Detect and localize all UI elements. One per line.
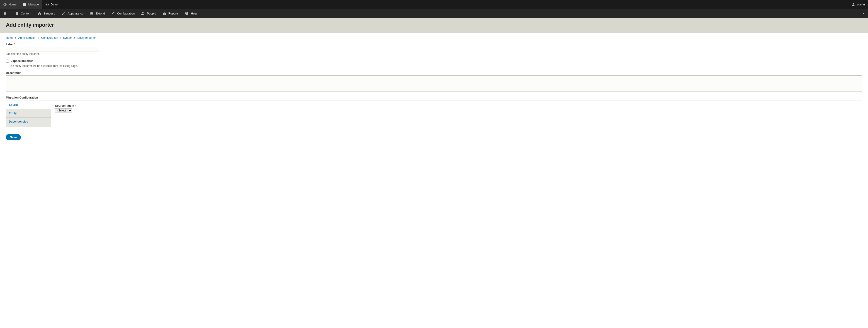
tray-people-label: People [147,12,156,15]
tray-structure-label: Structure [43,12,56,15]
description-title: Description [6,71,22,74]
svg-rect-10 [165,13,166,15]
toolbar-spacer [61,0,848,9]
tray-help[interactable]: ? Help [182,9,200,18]
breadcrumb-administration[interactable]: Administration [18,36,36,39]
breadcrumb-configuration[interactable]: Configuration [41,36,58,39]
svg-rect-5 [40,14,41,15]
tray-structure[interactable]: Structure [34,9,59,18]
breadcrumb-sep: » [38,36,39,39]
page-title: Add entity importer [6,22,862,28]
description-textarea[interactable] [6,75,862,92]
label-title-text: Label [6,43,13,46]
svg-point-7 [143,12,144,13]
collapse-icon [861,11,865,15]
required-mark: * [74,104,76,107]
form-item-description: Description [6,71,862,92]
source-plugin-label: Source Plugin* [55,104,76,107]
form-item-migration: Migration Configuration Source Entity De… [6,96,862,127]
breadcrumb-entity-importer[interactable]: Entity Importer [78,36,96,39]
expose-checkbox[interactable] [6,60,9,63]
toolbar-bar: Home Manage Devel admin [0,0,868,9]
svg-rect-8 [163,13,164,15]
tray-reports-label: Reports [168,12,179,15]
puzzle-icon [90,11,93,15]
svg-rect-9 [164,12,164,15]
tray-spacer [200,9,858,18]
content-region: Home » Administration » Configuration » … [0,33,868,149]
vertical-tabs: Source Entity Dependencies Source Plugin… [6,101,862,127]
toolbar-manage[interactable]: Manage [20,0,42,9]
source-plugin-label-text: Source Plugin [55,104,74,107]
breadcrumb: Home » Administration » Configuration » … [6,36,862,39]
form-item-source-plugin: Source Plugin* - Select - [55,104,858,113]
bar-chart-icon [162,11,166,15]
page-header: Add entity importer [0,18,868,33]
tray-content-label: Content [21,12,31,15]
toolbar-user[interactable]: admin [848,0,868,9]
tray-extend[interactable]: Extend [87,9,108,18]
tray-configuration[interactable]: Configuration [108,9,138,18]
toolbar-home[interactable]: Home [0,0,20,9]
source-plugin-select[interactable]: - Select - [55,108,72,113]
expose-description: The entity importer will be available fr… [9,64,862,67]
breadcrumb-sep: » [15,36,17,39]
tray-drupal[interactable] [0,9,12,18]
expose-label[interactable]: Expose importer [11,59,33,63]
save-button[interactable]: Save [6,134,21,140]
breadcrumb-sep: » [74,36,76,39]
svg-rect-3 [39,12,40,13]
breadcrumb-home[interactable]: Home [6,36,13,39]
hierarchy-icon [38,11,41,15]
breadcrumb-sep: » [60,36,61,39]
file-icon [16,11,19,15]
label-description: Label for the entity importer. [6,52,862,56]
breadcrumb-system[interactable]: System [63,36,72,39]
toolbar-devel-label: Devel [51,3,58,6]
paintbrush-icon [62,11,65,15]
tray-configuration-label: Configuration [117,12,135,15]
form-item-expose: Expose importer The entity importer will… [6,59,862,67]
tray-content[interactable]: Content [12,9,34,18]
tray-appearance[interactable]: Appearance [59,9,87,18]
svg-point-6 [142,12,143,13]
migration-title: Migration Configuration [6,96,862,99]
tray-appearance-label: Appearance [67,12,84,15]
vtab-source[interactable]: Source [6,101,51,109]
tray-people[interactable]: People [138,9,159,18]
label-input[interactable] [6,47,99,52]
vertical-tabs-menu: Source Entity Dependencies [6,101,51,127]
drupal-icon [3,11,7,15]
help-icon: ? [185,11,189,15]
toolbar-tray: Content Structure Appearance Extend Conf… [0,9,868,18]
wrench-icon [111,11,115,15]
toolbar-home-label: Home [9,3,17,6]
svg-text:?: ? [186,12,187,15]
tray-extend-label: Extend [96,12,105,15]
vtab-dependencies[interactable]: Dependencies [6,118,51,126]
toolbar-devel[interactable]: Devel [42,0,61,9]
vertical-tabs-pane: Source Plugin* - Select - [51,101,862,127]
user-icon [851,3,855,6]
label-title: Label* [6,43,15,46]
hamburger-icon [23,3,27,6]
toolbar-manage-label: Manage [28,3,39,6]
people-icon [141,11,145,15]
toolbar-user-label: admin [857,3,865,6]
svg-rect-4 [38,14,39,15]
required-mark: * [14,43,15,46]
svg-point-1 [46,4,48,5]
gear-icon [45,3,49,6]
back-circle-icon [3,3,7,6]
form-item-label: Label* Label for the entity importer. [6,42,862,56]
svg-point-0 [3,3,7,6]
vtab-entity[interactable]: Entity [6,109,51,118]
tray-reports[interactable]: Reports [159,9,182,18]
tray-orientation-toggle[interactable] [858,9,868,18]
tray-help-label: Help [191,12,197,15]
svg-point-2 [852,3,854,4]
